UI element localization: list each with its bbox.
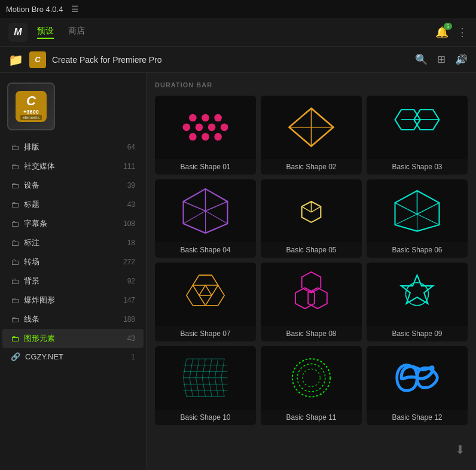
folder-icon: 🗀 bbox=[11, 257, 19, 267]
sidebar-count-graphic: 43 bbox=[127, 334, 135, 343]
grid-item-12[interactable]: Basic Shape 12 bbox=[367, 346, 468, 425]
grid-label-7: Basic Shape 07 bbox=[155, 326, 256, 341]
svg-point-6 bbox=[221, 123, 228, 131]
grid-item-4[interactable]: Basic Shape 04 bbox=[155, 179, 256, 258]
speaker-icon[interactable]: 🔊 bbox=[455, 53, 468, 66]
tab-store[interactable]: 商店 bbox=[68, 26, 85, 39]
link-icon: 🔗 bbox=[11, 352, 20, 361]
folder-icon: 🗀 bbox=[11, 295, 19, 305]
sidebar-count-annotation: 18 bbox=[127, 239, 135, 247]
grid-item-9[interactable]: Basic Shape 09 bbox=[367, 263, 468, 341]
navbar-actions: 🔔 5 ⋮ bbox=[435, 26, 468, 39]
svg-line-56 bbox=[221, 359, 224, 378]
sidebar-count-device: 39 bbox=[127, 181, 135, 190]
grid-item-8[interactable]: Basic Shape 08 bbox=[261, 263, 362, 341]
pack-title: Create Pack for Premiere Pro bbox=[52, 55, 409, 65]
grid-item-10[interactable]: Basic Shape 10 bbox=[155, 346, 256, 425]
svg-line-30 bbox=[395, 203, 417, 214]
svg-line-58 bbox=[190, 378, 193, 397]
sidebar-label-cgzy: CGZY.NET bbox=[25, 352, 126, 361]
sidebar-item-title[interactable]: 🗀 标题 43 bbox=[2, 195, 144, 214]
folder-icon: 🗀 bbox=[11, 315, 19, 324]
sidebar-item-background[interactable]: 🗀 背景 92 bbox=[2, 271, 144, 291]
svg-line-34 bbox=[417, 214, 440, 225]
sidebar: C +3600 elements 🗀 排版 64 🗀 社交媒体 111 🗀 设备… bbox=[0, 73, 147, 470]
sidebar-count-background: 92 bbox=[127, 277, 135, 285]
svg-line-20 bbox=[206, 202, 228, 211]
grid-thumb-7 bbox=[155, 263, 256, 326]
sidebar-label-typography: 排版 bbox=[24, 142, 123, 152]
sidebar-item-graphic-elements[interactable]: 🗀 图形元素 43 bbox=[2, 329, 144, 348]
svg-line-54 bbox=[209, 359, 212, 378]
folder-icon: 🗀 bbox=[11, 276, 19, 286]
sidebar-pack-thumb[interactable]: C +3600 elements bbox=[7, 83, 55, 130]
grid-label-8: Basic Shape 08 bbox=[261, 326, 362, 341]
sidebar-item-subtitle[interactable]: 🗀 字幕条 108 bbox=[2, 214, 144, 233]
grid-view-icon[interactable]: ⊞ bbox=[437, 53, 446, 66]
svg-point-7 bbox=[189, 133, 197, 141]
pack-folder-icon: 📁 bbox=[8, 53, 23, 67]
download-icon[interactable]: ⬇ bbox=[455, 442, 465, 457]
sidebar-count-title: 43 bbox=[127, 200, 135, 209]
sidebar-count-explosion: 147 bbox=[123, 296, 135, 304]
sidebar-item-cgzy[interactable]: 🔗 CGZY.NET 1 bbox=[2, 348, 144, 365]
sidebar-item-social[interactable]: 🗀 社交媒体 111 bbox=[2, 157, 144, 176]
more-options-icon[interactable]: ⋮ bbox=[457, 26, 468, 39]
sidebar-count-social: 111 bbox=[123, 162, 135, 170]
notification-icon[interactable]: 🔔 5 bbox=[435, 26, 448, 39]
sidebar-count-cgzy: 1 bbox=[131, 353, 135, 361]
svg-point-9 bbox=[214, 133, 222, 141]
sidebar-item-transition[interactable]: 🗀 转场 272 bbox=[2, 252, 144, 271]
sidebar-item-device[interactable]: 🗀 设备 39 bbox=[2, 176, 144, 195]
grid-label-1: Basic Shape 01 bbox=[155, 159, 256, 175]
nav-tabs: 预设 商店 bbox=[37, 26, 435, 39]
grid-thumb-11 bbox=[261, 346, 362, 410]
tab-presets[interactable]: 预设 bbox=[37, 26, 54, 39]
sidebar-item-annotation[interactable]: 🗀 标注 18 bbox=[2, 233, 144, 252]
sidebar-item-explosion[interactable]: 🗀 爆炸图形 147 bbox=[2, 291, 144, 310]
grid-item-2[interactable]: Basic Shape 02 bbox=[261, 96, 362, 175]
titlebar-menu-icon[interactable]: ☰ bbox=[71, 4, 79, 14]
svg-line-19 bbox=[184, 202, 206, 211]
grid-label-9: Basic Shape 09 bbox=[367, 326, 468, 341]
svg-line-61 bbox=[209, 378, 212, 397]
grid-thumb-1 bbox=[155, 96, 256, 159]
grid-thumb-4 bbox=[155, 179, 256, 243]
grid-label-3: Basic Shape 03 bbox=[367, 159, 468, 175]
sidebar-item-lines[interactable]: 🗀 线条 188 bbox=[2, 310, 144, 329]
svg-line-62 bbox=[215, 378, 218, 397]
svg-point-64 bbox=[292, 359, 330, 396]
svg-marker-40 bbox=[308, 288, 327, 309]
grid-label-10: Basic Shape 10 bbox=[155, 410, 256, 425]
sidebar-count-lines: 188 bbox=[123, 315, 135, 323]
grid-label-5: Basic Shape 05 bbox=[261, 242, 362, 258]
grid-item-11[interactable]: Basic Shape 11 bbox=[261, 346, 362, 425]
svg-line-52 bbox=[196, 359, 199, 378]
svg-line-51 bbox=[190, 359, 193, 378]
grid-item-7[interactable]: Basic Shape 07 bbox=[155, 263, 256, 341]
folder-icon-active: 🗀 bbox=[11, 334, 19, 343]
svg-point-2 bbox=[214, 114, 222, 122]
svg-point-8 bbox=[202, 133, 209, 141]
grid-thumb-10 bbox=[155, 346, 256, 410]
grid-label-12: Basic Shape 12 bbox=[367, 410, 468, 425]
folder-icon: 🗀 bbox=[11, 200, 19, 209]
pack-elements: elements bbox=[20, 115, 42, 120]
grid-item-1[interactable]: Basic Shape 01 bbox=[155, 96, 256, 175]
sidebar-label-subtitle: 字幕条 bbox=[24, 218, 118, 229]
search-icon[interactable]: 🔍 bbox=[415, 53, 428, 66]
navbar: M 预设 商店 🔔 5 ⋮ bbox=[0, 18, 476, 47]
section-title: DURATION BAR bbox=[155, 81, 468, 88]
sidebar-item-typography[interactable]: 🗀 排版 64 bbox=[2, 138, 144, 157]
svg-point-4 bbox=[196, 123, 203, 131]
grid-label-4: Basic Shape 04 bbox=[155, 242, 256, 258]
grid-label-6: Basic Shape 06 bbox=[367, 242, 468, 258]
folder-icon: 🗀 bbox=[11, 238, 19, 248]
svg-marker-38 bbox=[302, 272, 321, 293]
sidebar-count-transition: 272 bbox=[123, 258, 135, 266]
grid-item-5[interactable]: Basic Shape 05 bbox=[261, 179, 362, 258]
grid-item-6[interactable]: Basic Shape 06 bbox=[367, 179, 468, 258]
sidebar-label-lines: 线条 bbox=[24, 314, 118, 325]
grid-item-3[interactable]: Basic Shape 03 bbox=[367, 96, 468, 175]
sidebar-count-typography: 64 bbox=[127, 143, 135, 151]
